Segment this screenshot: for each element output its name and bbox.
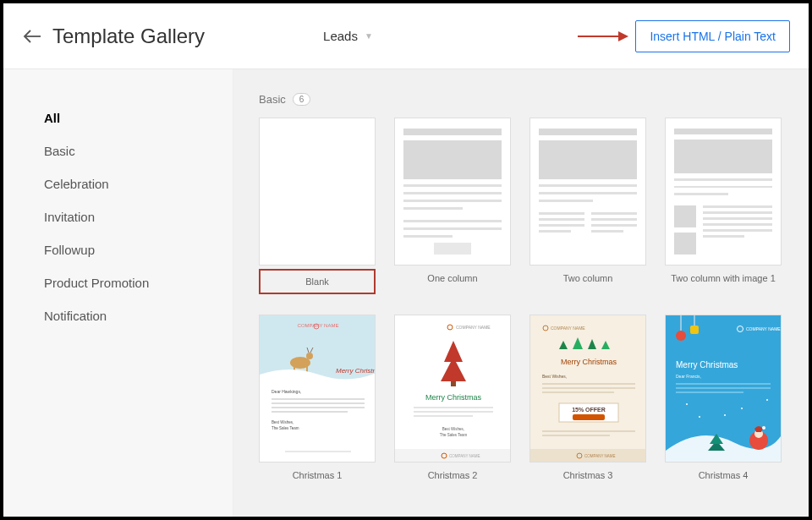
svg-text:Merry Christmas: Merry Christmas	[336, 367, 376, 375]
svg-text:COMPANY NAME: COMPANY NAME	[584, 454, 616, 458]
page-title: Template Gallery	[52, 25, 205, 48]
template-two-column-image-1[interactable]: Two column with image 1	[665, 118, 782, 306]
template-two-column[interactable]: Two column	[529, 118, 646, 306]
svg-rect-20	[395, 315, 511, 463]
sidebar-item-all[interactable]: All	[44, 101, 233, 134]
template-label: Blank	[259, 269, 376, 294]
svg-text:Best Wishes,: Best Wishes,	[542, 374, 567, 379]
svg-text:Merry Christmas: Merry Christmas	[676, 360, 738, 369]
section-title: Basic	[259, 93, 286, 106]
svg-rect-25	[414, 407, 493, 408]
svg-text:Best Wishes,: Best Wishes,	[272, 420, 294, 424]
svg-text:Dear Hawkings,: Dear Hawkings,	[272, 389, 301, 394]
template-christmas-4[interactable]: COMPANY NAME Merry Christmas Dear Franci…	[665, 315, 782, 497]
svg-rect-14	[272, 402, 365, 404]
svg-rect-39	[542, 383, 635, 385]
svg-text:Merry Christmas: Merry Christmas	[561, 358, 617, 366]
template-blank[interactable]: Blank	[259, 118, 376, 306]
section-header: Basic 6	[259, 93, 787, 106]
template-grid-area: Basic 6 Blank One col	[233, 69, 809, 517]
svg-rect-23	[451, 381, 456, 386]
svg-rect-60	[676, 387, 771, 389]
template-christmas-3[interactable]: COMPANY NAME Merry Christmas Best Wishes…	[529, 315, 646, 497]
template-one-column[interactable]: One column	[394, 118, 511, 306]
svg-text:15% OFFER: 15% OFFER	[572, 407, 606, 413]
category-sidebar: All Basic Celebration Invitation Followu…	[3, 69, 233, 517]
svg-text:Best Wishes,: Best Wishes,	[442, 427, 464, 431]
svg-rect-19	[285, 451, 351, 452]
sidebar-item-invitation[interactable]: Invitation	[44, 200, 233, 233]
back-arrow-icon[interactable]	[22, 26, 42, 47]
svg-point-67	[766, 399, 768, 401]
svg-point-64	[762, 426, 765, 430]
svg-text:Dear Francis,: Dear Francis,	[676, 374, 701, 379]
svg-text:Merry Christmas: Merry Christmas	[425, 393, 482, 402]
callout-arrow-icon	[578, 31, 628, 41]
template-label: Christmas 1	[259, 463, 376, 497]
sidebar-item-notification[interactable]: Notification	[44, 299, 233, 332]
template-label: Two column	[529, 265, 646, 300]
svg-text:COMPANY NAME: COMPANY NAME	[456, 325, 491, 330]
module-selector[interactable]: Leads ▼	[323, 29, 373, 43]
svg-rect-45	[542, 430, 635, 432]
svg-point-68	[686, 403, 688, 405]
svg-point-65	[699, 416, 700, 418]
template-grid: Blank One column	[259, 118, 787, 497]
template-label: Christmas 2	[394, 463, 511, 497]
svg-text:The Sales Team: The Sales Team	[440, 433, 468, 437]
svg-point-69	[724, 414, 726, 416]
svg-rect-13	[272, 398, 365, 400]
svg-rect-41	[542, 391, 614, 393]
sidebar-item-followup[interactable]: Followup	[44, 233, 233, 266]
svg-text:COMPANY NAME: COMPANY NAME	[746, 326, 781, 331]
svg-text:COMPANY NAME: COMPANY NAME	[298, 323, 339, 328]
svg-point-54	[676, 331, 686, 341]
svg-rect-46	[542, 435, 610, 436]
sidebar-item-celebration[interactable]: Celebration	[44, 167, 233, 200]
svg-rect-44	[573, 414, 605, 420]
sidebar-item-product-promotion[interactable]: Product Promotion	[44, 266, 233, 299]
template-label: One column	[394, 265, 511, 300]
sidebar-item-basic[interactable]: Basic	[44, 134, 233, 167]
svg-rect-59	[676, 383, 771, 385]
template-christmas-1[interactable]: COMPANY NAME Merry Christmas Dear Hawkin…	[259, 315, 376, 497]
svg-text:COMPANY NAME: COMPANY NAME	[551, 326, 585, 331]
header-bar: Template Gallery Leads ▼ Insert HTML / P…	[3, 3, 809, 69]
template-gallery-window: Template Gallery Leads ▼ Insert HTML / P…	[0, 0, 812, 520]
svg-rect-56	[690, 326, 699, 334]
svg-point-7	[306, 353, 313, 359]
svg-rect-16	[272, 411, 348, 413]
module-label: Leads	[323, 29, 358, 43]
svg-rect-27	[414, 415, 473, 417]
template-label: Christmas 4	[665, 463, 782, 497]
svg-rect-40	[542, 387, 635, 389]
template-christmas-2[interactable]: COMPANY NAME Merry Christmas Best Wishes…	[394, 315, 511, 497]
svg-text:COMPANY NAME: COMPANY NAME	[449, 454, 480, 458]
svg-rect-26	[414, 411, 493, 413]
template-label: Christmas 3	[529, 463, 646, 497]
chevron-down-icon: ▼	[365, 31, 373, 41]
section-count-badge: 6	[293, 93, 311, 106]
insert-html-button[interactable]: Insert HTML / Plain Text	[635, 20, 790, 52]
svg-rect-15	[272, 407, 365, 408]
svg-rect-61	[676, 391, 743, 393]
content-body: All Basic Celebration Invitation Followu…	[3, 69, 809, 517]
svg-text:The Sales Team: The Sales Team	[272, 426, 299, 430]
template-label: Two column with image 1	[665, 265, 782, 300]
svg-point-66	[741, 408, 743, 409]
